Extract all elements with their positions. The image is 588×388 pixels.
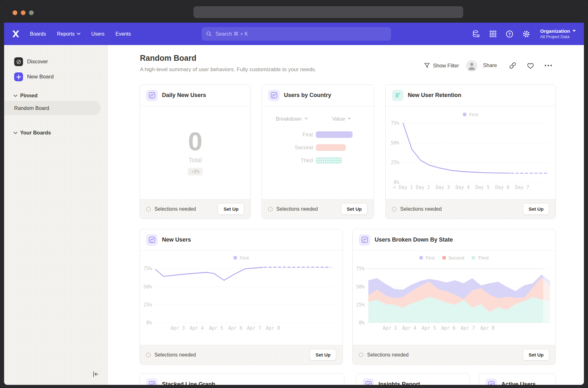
card-title: Users Broken Down By State xyxy=(375,237,453,243)
svg-text:50%: 50% xyxy=(391,140,399,146)
card-stacked-line-graph: Stacked Line Graph xyxy=(140,373,344,385)
more-options-icon[interactable] xyxy=(544,63,553,68)
selection-radio-icon xyxy=(359,353,363,357)
breakdown-select[interactable]: Breakdown xyxy=(276,116,308,122)
apps-grid-icon[interactable] xyxy=(489,30,497,38)
card-insights-report: Insights Report xyxy=(356,373,470,385)
sidebar-item-discover[interactable]: Discover xyxy=(14,57,48,66)
svg-text:75%: 75% xyxy=(391,120,399,126)
filter-funnel-icon xyxy=(424,62,430,69)
card-title: Users by Country xyxy=(284,92,331,99)
copy-link-icon[interactable] xyxy=(509,62,516,69)
show-filter-label: Show Filter xyxy=(433,63,459,69)
svg-text:Apr 3: Apr 3 xyxy=(170,325,185,331)
sidebar-section-your-boards[interactable]: Your Boards xyxy=(14,130,51,136)
sidebar-new-board-label: New Board xyxy=(27,74,54,80)
discover-compass-icon xyxy=(14,57,23,66)
status-text: Selections needed xyxy=(154,206,196,212)
traffic-light-close-button[interactable] xyxy=(13,10,17,15)
help-icon[interactable]: ? xyxy=(505,30,514,38)
org-switcher[interactable]: Organization All Project Data xyxy=(540,28,576,39)
nav-item-boards-label: Boards xyxy=(30,31,46,37)
svg-text:Apr 6: Apr 6 xyxy=(441,325,455,331)
caret-down-icon xyxy=(304,118,308,120)
new-users-chart: 75%50%25%0%Apr 3Apr 4Apr 5Apr 6Apr 7Apr … xyxy=(140,251,343,345)
sidebar-item-random-board[interactable]: Random Board xyxy=(4,101,101,115)
card-header: New Users xyxy=(140,229,343,251)
selection-radio-icon xyxy=(392,207,396,211)
sidebar-section-pinned[interactable]: Pinned xyxy=(14,93,37,99)
app-frame: Boards Reports Users Events xyxy=(4,23,584,385)
browser-address-bar[interactable] xyxy=(193,6,463,18)
svg-text:Apr 8: Apr 8 xyxy=(266,325,280,331)
metric-value: 0 xyxy=(188,130,203,153)
card-title: Insights Report xyxy=(378,381,420,385)
svg-text:Apr 7: Apr 7 xyxy=(461,325,475,331)
line-chart-icon xyxy=(486,379,497,385)
global-search[interactable] xyxy=(202,27,391,41)
nav-item-reports-label: Reports xyxy=(57,31,75,37)
card-title: Stacked Line Graph xyxy=(162,381,215,385)
svg-text:75%: 75% xyxy=(356,266,365,271)
page-title: Random Board xyxy=(140,54,196,63)
svg-text:75%: 75% xyxy=(143,266,152,271)
card-footer: Selections needed Set Up xyxy=(140,199,251,219)
avatar[interactable] xyxy=(466,60,477,71)
bar-row-label: Third xyxy=(275,157,313,164)
chevron-down-icon xyxy=(14,132,17,134)
window-titlebar xyxy=(0,0,588,23)
sidebar-collapse-icon[interactable] xyxy=(92,370,100,378)
data-management-icon[interactable] xyxy=(472,30,480,38)
selection-radio-icon xyxy=(146,207,151,211)
nav-item-users-label: Users xyxy=(91,31,105,37)
card-title: Active Users xyxy=(501,381,536,385)
show-filter-button[interactable]: Show Filter xyxy=(424,62,459,69)
nav-items: Boards Reports Users Events xyxy=(30,31,131,37)
nav-item-events[interactable]: Events xyxy=(116,31,131,37)
card-header: Active Users xyxy=(479,374,556,385)
settings-gear-icon[interactable] xyxy=(522,30,530,38)
traffic-light-zoom-button[interactable] xyxy=(29,10,34,15)
card-title: Daily New Users xyxy=(162,92,206,99)
card-daily-new-users: Daily New Users 0 Total ↑0% Selections n… xyxy=(140,84,251,219)
value-select[interactable]: Value xyxy=(332,116,351,122)
svg-text:Apr 5: Apr 5 xyxy=(422,325,436,331)
navbar-right-cluster: ? Organization All Project Data xyxy=(472,23,576,45)
card-footer: Selections needed Set Up xyxy=(140,345,343,364)
nav-item-users[interactable]: Users xyxy=(91,31,105,37)
traffic-light-minimize-button[interactable] xyxy=(21,10,26,15)
nav-item-reports[interactable]: Reports xyxy=(57,31,80,37)
sidebar-item-new-board[interactable]: New Board xyxy=(14,72,54,81)
svg-text:Apr 6: Apr 6 xyxy=(228,325,242,331)
svg-text:Apr 7: Apr 7 xyxy=(247,325,261,331)
nav-item-events-label: Events xyxy=(116,31,131,37)
mixpanel-logo-icon[interactable] xyxy=(12,30,20,38)
share-label: Share xyxy=(483,62,497,68)
svg-text:25%: 25% xyxy=(356,302,365,308)
svg-text:0%: 0% xyxy=(146,320,152,326)
set-up-button[interactable]: Set Up xyxy=(523,349,549,361)
card-footer: Selections needed Set Up xyxy=(262,199,374,219)
favorite-heart-icon[interactable] xyxy=(527,62,534,70)
selection-radio-icon xyxy=(146,353,151,357)
selection-radio-icon xyxy=(268,207,273,211)
card-new-user-retention: New User Retention First 75%50%25%0%< Da… xyxy=(385,84,556,219)
caret-down-icon xyxy=(348,118,351,120)
svg-text:50%: 50% xyxy=(143,284,152,290)
card-header: Users Broken Down By State xyxy=(353,229,556,251)
card-header: Stacked Line Graph xyxy=(140,374,344,385)
search-input[interactable] xyxy=(215,31,387,37)
share-button[interactable]: Share xyxy=(483,62,497,68)
set-up-button[interactable]: Set Up xyxy=(341,203,367,215)
svg-text:Day 6: Day 6 xyxy=(495,185,509,190)
top-navbar: Boards Reports Users Events xyxy=(4,23,584,45)
svg-text:0%: 0% xyxy=(359,320,365,326)
status-text: Selections needed xyxy=(276,206,318,212)
set-up-button[interactable]: Set Up xyxy=(523,203,549,215)
set-up-button[interactable]: Set Up xyxy=(218,203,244,215)
set-up-button[interactable]: Set Up xyxy=(310,349,336,361)
card-header: New User Retention xyxy=(386,85,556,106)
nav-item-boards[interactable]: Boards xyxy=(30,31,46,37)
card-active-users: Active Users xyxy=(479,373,556,385)
plus-icon xyxy=(14,72,23,81)
